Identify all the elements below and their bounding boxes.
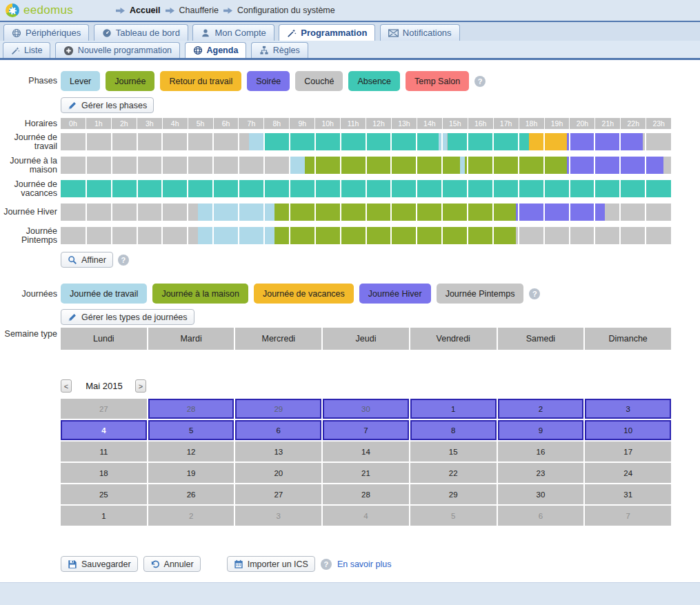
phase-button-journee[interactable]: Journée	[106, 71, 154, 91]
segment-couche[interactable]	[643, 133, 671, 150]
tab-peripheriques[interactable]: Périphériques	[3, 24, 89, 41]
phases-help-icon[interactable]: ?	[474, 76, 486, 87]
calendar-day-26[interactable]: 26	[148, 484, 234, 504]
subtab-liste[interactable]: Liste	[3, 42, 50, 58]
calendar-day-30[interactable]: 30	[323, 399, 409, 419]
day-type-button-journee-pintemps[interactable]: Journée Pintemps	[437, 284, 524, 304]
calendar-day-21[interactable]: 21	[323, 463, 409, 483]
calendar-day-11[interactable]: 11	[61, 442, 147, 462]
calendar-day-16[interactable]: 16	[498, 442, 584, 462]
learn-more-link[interactable]: En savoir plus	[337, 559, 392, 569]
calendar-day-19[interactable]: 19	[148, 463, 234, 483]
calendar-day-24[interactable]: 24	[585, 463, 671, 483]
breadcrumb-chaufferie[interactable]: Chaufferie	[179, 6, 219, 15]
segment-couche[interactable]	[61, 227, 198, 244]
phase-button-retour-du-travail[interactable]: Retour du travail	[160, 71, 241, 91]
calendar-day-28[interactable]: 28	[323, 484, 409, 504]
calendar-day-6[interactable]: 6	[235, 420, 321, 440]
calendar-day-23[interactable]: 23	[498, 463, 584, 483]
calendar-day-18[interactable]: 18	[61, 463, 147, 483]
segment-journee[interactable]	[274, 227, 516, 244]
calendar-day-13[interactable]: 13	[235, 442, 321, 462]
calendar-day-29[interactable]: 29	[410, 484, 497, 504]
calendar-day-7[interactable]: 7	[323, 420, 409, 440]
calendar-prev-button[interactable]: <	[61, 379, 72, 393]
tab-notifications[interactable]: Notifications	[380, 24, 460, 41]
calendar-day-1[interactable]: 1	[410, 399, 497, 419]
calendar-day-14[interactable]: 14	[323, 442, 409, 462]
calendar-day-12[interactable]: 12	[148, 442, 234, 462]
schedule-bar-journee-de-vacances[interactable]	[61, 180, 671, 197]
calendar-day-15[interactable]: 15	[410, 442, 497, 462]
calendar-day-9[interactable]: 9	[498, 420, 584, 440]
segment-journee[interactable]	[465, 157, 566, 174]
manage-phases-button[interactable]: Gérer les phases	[61, 97, 154, 113]
day-type-button-journee-de-vacances[interactable]: Journée de vacances	[254, 284, 354, 304]
calendar-day-5[interactable]: 5	[148, 420, 234, 440]
day-type-button-journee-hiver[interactable]: Journée Hiver	[359, 284, 431, 304]
phase-button-temp-salon[interactable]: Temp Salon	[406, 71, 469, 91]
segment-couche[interactable]	[605, 204, 671, 221]
calendar-day-8[interactable]: 8	[410, 420, 497, 440]
segment-lever[interactable]	[290, 157, 305, 174]
segment-lever[interactable]	[460, 157, 465, 174]
subtab-agenda[interactable]: Agenda	[185, 42, 247, 58]
subtab-regles[interactable]: Règles	[251, 42, 308, 58]
tab-tableau-de-bord[interactable]: Tableau de bord	[94, 24, 188, 41]
calendar-day-1[interactable]: 1	[61, 506, 147, 526]
phase-button-lever[interactable]: Lever	[61, 71, 100, 91]
calendar-day-30[interactable]: 30	[498, 484, 584, 504]
schedule-bar-journee-a-la-maison[interactable]	[61, 157, 671, 174]
day-type-button-journee-de-travail[interactable]: Journée de travail	[61, 284, 147, 304]
calendar-day-27[interactable]: 27	[235, 484, 321, 504]
affiner-help-icon[interactable]: ?	[118, 255, 129, 266]
segment-journee[interactable]	[305, 157, 460, 174]
segment-couche[interactable]	[61, 157, 290, 174]
phase-button-absence[interactable]: Absence	[348, 71, 400, 91]
more-help-icon[interactable]: ?	[321, 559, 332, 570]
calendar-day-3[interactable]: 3	[235, 506, 321, 526]
calendar-next-button[interactable]: >	[135, 379, 146, 393]
calendar-day-2[interactable]: 2	[498, 399, 584, 419]
segment-absence[interactable]	[448, 133, 529, 150]
schedule-bar-journee-pintemps[interactable]	[61, 227, 671, 244]
day-type-button-journee-a-la-maison[interactable]: Journée à la maison	[152, 284, 248, 304]
cancel-button[interactable]: Annuler	[143, 556, 201, 572]
calendar-day-22[interactable]: 22	[410, 463, 497, 483]
schedule-bar-journee-de-travail[interactable]	[61, 133, 671, 150]
breadcrumb-configuration[interactable]: Configuration du système	[237, 6, 335, 15]
segment-retour[interactable]	[529, 133, 567, 150]
tab-programmation[interactable]: Programmation	[279, 24, 375, 41]
calendar-day-25[interactable]: 25	[61, 484, 147, 504]
segment-couche[interactable]	[61, 204, 198, 221]
subtab-nouvelle-programmation[interactable]: Nouvelle programmation	[55, 42, 180, 58]
phase-button-soiree[interactable]: Soirée	[247, 71, 290, 91]
calendar-day-7[interactable]: 7	[585, 506, 671, 526]
calendar-day-5[interactable]: 5	[410, 506, 497, 526]
segment-soiree[interactable]	[567, 133, 643, 150]
manage-day-types-button[interactable]: Gérer les types de journées	[61, 309, 194, 325]
phase-button-couche[interactable]: Couché	[295, 71, 343, 91]
segment-lever[interactable]	[249, 133, 264, 150]
import-ics-button[interactable]: Importer un ICS	[227, 556, 315, 572]
segment-couche[interactable]	[61, 133, 249, 150]
calendar-day-20[interactable]: 20	[235, 463, 321, 483]
segment-journee[interactable]	[274, 204, 516, 221]
calendar-day-6[interactable]: 6	[498, 506, 584, 526]
calendar-day-4[interactable]: 4	[323, 506, 409, 526]
calendar-day-2[interactable]: 2	[148, 506, 234, 526]
segment-soiree[interactable]	[567, 157, 663, 174]
segment-soiree[interactable]	[516, 204, 605, 221]
calendar-day-29[interactable]: 29	[235, 399, 321, 419]
calendar-day-31[interactable]: 31	[585, 484, 671, 504]
calendar-day-28[interactable]: 28	[148, 399, 234, 419]
breadcrumb-accueil[interactable]: Accueil	[130, 6, 160, 15]
calendar-day-17[interactable]: 17	[585, 442, 671, 462]
calendar-day-10[interactable]: 10	[585, 420, 671, 440]
affiner-button[interactable]: Affiner	[61, 252, 113, 268]
tab-mon-compte[interactable]: Mon Compte	[192, 24, 274, 41]
journees-help-icon[interactable]: ?	[529, 288, 540, 299]
segment-couche[interactable]	[663, 157, 671, 174]
schedule-bar-journee-hiver[interactable]	[61, 204, 671, 221]
calendar-day-27[interactable]: 27	[61, 399, 147, 419]
